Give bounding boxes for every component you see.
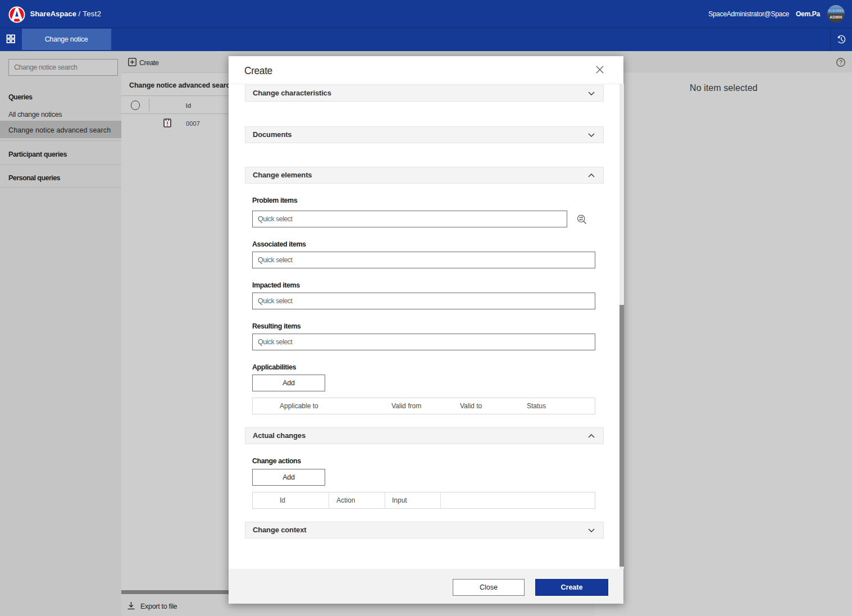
svg-text:?: ?	[839, 60, 842, 66]
